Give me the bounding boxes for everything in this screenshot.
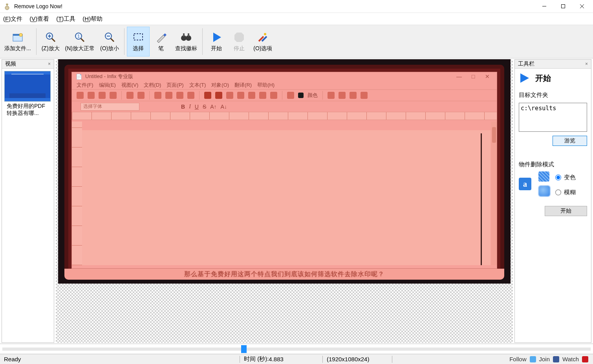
select-icon: [132, 31, 145, 44]
mode-label: 物件删除模式: [519, 161, 587, 168]
tool-panel-title: 工具栏: [518, 60, 534, 67]
svg-rect-2: [7, 4, 7, 6]
mode-blur-swatch-icon: [538, 186, 550, 197]
add-files-button[interactable]: 添加文件...: [2, 27, 34, 56]
window-maximize-button[interactable]: [554, 0, 573, 13]
options-icon: [256, 31, 269, 44]
preview-area: 📄 Untitled - Infix 专业版 — □ ✕ 文件(F) 编辑(E)…: [56, 59, 513, 343]
pen-icon: [155, 31, 167, 44]
infix-scrollbar: [491, 122, 497, 265]
menu-help[interactable]: (H)帮助: [82, 15, 102, 23]
svg-point-0: [5, 6, 9, 10]
zoom-out-icon: [103, 31, 116, 44]
infix-toolbar-2: 选择字体 B I U S A↑ A↓: [72, 101, 497, 112]
browse-button[interactable]: 游览: [553, 136, 587, 146]
target-folder-input[interactable]: [519, 103, 587, 132]
stop-icon: [233, 31, 245, 44]
options-button[interactable]: (O)选项: [251, 27, 275, 56]
mode-icons: a 变色 模糊: [519, 172, 587, 200]
infix-app-icon: 📄: [76, 74, 82, 80]
svg-rect-24: [188, 33, 189, 36]
twitter-icon[interactable]: [530, 356, 536, 362]
tool-panel: 工具栏 × 开始 目标文件夹 游览 物件删除模式 a 变色: [514, 59, 591, 343]
tool-start-heading: 开始: [535, 73, 551, 84]
menubar: (F)文件 (V)查看 (T)工具 (H)帮助: [0, 13, 593, 25]
join-link[interactable]: Join: [539, 356, 550, 362]
play-icon: [519, 73, 530, 84]
start-button[interactable]: 开始: [205, 27, 228, 56]
timeline-track[interactable]: [2, 348, 591, 351]
infix-vertical-ruler: [72, 122, 82, 265]
infix-menubar: 文件(F) 编辑(E) 视图(V) 文档(D) 页面(P) 文本(T) 对象(O…: [72, 81, 497, 89]
mode-color-swatch-icon: [538, 171, 549, 182]
window-title: Remove Logo Now!: [14, 3, 535, 9]
timeline[interactable]: [0, 344, 593, 354]
zoom-normal-icon: 1: [73, 31, 86, 44]
mode-blur-radio[interactable]: 模糊: [556, 189, 576, 196]
youtube-icon[interactable]: [582, 356, 588, 362]
tool-start-button[interactable]: 开始: [545, 206, 587, 216]
follow-link[interactable]: Follow: [509, 356, 526, 362]
infix-min-icon: —: [454, 73, 465, 80]
status-time: 时间 (秒): 4.883: [240, 354, 322, 364]
svg-point-29: [264, 33, 266, 35]
infix-page-canvas: [82, 130, 491, 265]
statusbar: Ready 时间 (秒): 4.883 (1920x1080x24) Follo…: [0, 354, 593, 364]
window-close-button[interactable]: [573, 0, 591, 13]
menu-view[interactable]: (V)查看: [29, 15, 49, 23]
infix-horizontal-ruler: [72, 112, 497, 120]
svg-marker-30: [520, 73, 529, 83]
app-icon: [3, 2, 11, 10]
svg-rect-4: [562, 5, 565, 8]
tool-panel-close[interactable]: ×: [585, 61, 588, 67]
svg-marker-26: [234, 33, 244, 42]
tool-panel-header: 工具栏 ×: [515, 60, 591, 69]
play-icon: [210, 31, 223, 44]
facebook-icon[interactable]: [553, 356, 559, 362]
menu-tools[interactable]: (T)工具: [56, 15, 75, 23]
video-thumbnail[interactable]: [4, 71, 51, 102]
status-dimensions: (1920x1080x24): [323, 354, 392, 364]
video-panel-header: 视频 ×: [2, 60, 54, 69]
infix-color-label: 颜色: [307, 92, 318, 99]
status-ready: Ready: [0, 354, 240, 364]
video-panel: 视频 × 免费好用的PDF转换器有哪...: [2, 59, 54, 343]
watch-link[interactable]: Watch: [562, 356, 579, 362]
window-minimize-button[interactable]: [535, 0, 554, 13]
binoculars-icon: [180, 31, 192, 44]
svg-line-18: [111, 38, 114, 42]
zoom-in-button[interactable]: (Z)放大: [39, 27, 62, 56]
pen-tool-button[interactable]: 笔: [150, 27, 172, 56]
svg-point-9: [19, 33, 22, 36]
svg-line-15: [81, 38, 84, 42]
zoom-in-icon: [44, 31, 57, 44]
video-preview[interactable]: 📄 Untitled - Infix 专业版 — □ ✕ 文件(F) 编辑(E)…: [58, 59, 511, 284]
infix-font-combo: 选择字体: [81, 103, 139, 111]
target-folder-label: 目标文件夹: [519, 91, 587, 99]
stop-button[interactable]: 停止: [228, 27, 251, 56]
select-tool-button[interactable]: 选择: [127, 27, 150, 56]
svg-text:1: 1: [78, 34, 80, 38]
mode-color-radio[interactable]: 变色: [556, 174, 576, 181]
menu-file[interactable]: (F)文件: [3, 15, 22, 23]
main-toolbar: 添加文件... (Z)放大 1 (N)放大正常 (O)放小 选择 笔 查找徽标: [0, 25, 593, 58]
infix-titlebar: 📄 Untitled - Infix 专业版 — □ ✕: [72, 72, 497, 81]
timeline-knob[interactable]: [241, 345, 247, 353]
infix-close-icon: ✕: [482, 73, 493, 80]
svg-rect-20: [134, 34, 143, 40]
video-panel-close[interactable]: ×: [48, 61, 51, 67]
zoom-out-button[interactable]: (O)放小: [97, 27, 122, 56]
svg-line-11: [52, 38, 55, 42]
video-panel-title: 视频: [5, 60, 16, 67]
svg-rect-23: [183, 33, 185, 36]
video-caption: 那么基于免费好用这两个特点我们到底该如何筛选软件去除水印呢？: [64, 269, 504, 280]
zoom-normal-button[interactable]: 1 (N)放大正常: [62, 27, 97, 56]
video-thumbnail-label: 免费好用的PDF转换器有哪...: [4, 102, 51, 117]
find-logo-button[interactable]: 查找徽标: [172, 27, 200, 56]
svg-marker-25: [213, 33, 221, 42]
titlebar: Remove Logo Now!: [0, 0, 593, 13]
add-file-icon: [11, 31, 24, 44]
infix-max-icon: □: [468, 73, 479, 80]
status-social: Follow Join Watch: [505, 356, 593, 362]
infix-toolbar-1: 颜色: [72, 89, 497, 101]
